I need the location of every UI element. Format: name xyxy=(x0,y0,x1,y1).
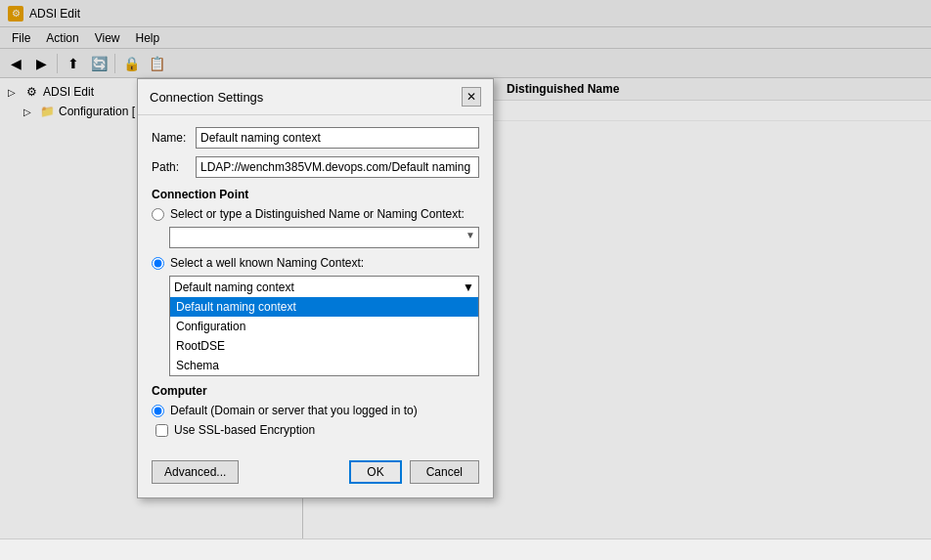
dropdown-item-configuration[interactable]: Configuration xyxy=(170,317,478,336)
dialog-footer: Advanced... OK Cancel xyxy=(138,460,493,497)
dialog-title: Connection Settings xyxy=(150,90,263,105)
computer-radio-row-1: Default (Domain or server that you logge… xyxy=(152,404,479,417)
radio-default-computer[interactable] xyxy=(152,405,164,417)
status-bar xyxy=(0,538,931,560)
footer-buttons: OK Cancel xyxy=(349,460,479,484)
ssl-checkbox-row: Use SSL-based Encryption xyxy=(155,423,479,437)
connection-settings-dialog: Connection Settings ✕ Name: Path: Connec… xyxy=(137,78,494,498)
distinguished-name-dropdown[interactable] xyxy=(169,227,479,248)
distinguished-name-dropdown-container: ▼ xyxy=(169,227,479,248)
radio1-label: Select or type a Distinguished Name or N… xyxy=(170,207,465,221)
radio-well-known[interactable] xyxy=(152,257,164,270)
dialog-body: Name: Path: Connection Point Select or t… xyxy=(138,115,493,460)
connection-point-header: Connection Point xyxy=(152,188,479,201)
well-known-dropdown-container: Default naming context ▼ Default naming … xyxy=(169,276,479,376)
computer-radio1-label: Default (Domain or server that you logge… xyxy=(170,404,418,417)
dropdown2-arrow-icon: ▼ xyxy=(463,280,474,294)
radio2-label: Select a well known Naming Context: xyxy=(170,256,364,270)
well-known-selected-value: Default naming context xyxy=(174,280,294,294)
path-row: Path: xyxy=(152,156,479,178)
ok-button[interactable]: OK xyxy=(349,460,401,484)
dropdown-item-default[interactable]: Default naming context xyxy=(170,297,478,317)
dialog-close-button[interactable]: ✕ xyxy=(462,87,481,107)
cancel-button[interactable]: Cancel xyxy=(410,460,479,484)
radio-row-1: Select or type a Distinguished Name or N… xyxy=(152,207,479,221)
radio-row-2: Select a well known Naming Context: xyxy=(152,256,479,270)
ssl-label: Use SSL-based Encryption xyxy=(174,423,315,437)
name-input[interactable] xyxy=(196,127,479,149)
dropdown-item-rootdse[interactable]: RootDSE xyxy=(170,336,478,356)
well-known-dropdown-header[interactable]: Default naming context ▼ xyxy=(169,276,479,297)
advanced-button[interactable]: Advanced... xyxy=(152,460,239,484)
radio-distinguished-name[interactable] xyxy=(152,208,164,221)
ssl-checkbox[interactable] xyxy=(155,424,168,437)
dropdown-item-schema[interactable]: Schema xyxy=(170,356,478,375)
dialog-title-bar: Connection Settings ✕ xyxy=(138,79,493,115)
well-known-dropdown-list: Default naming context Configuration Roo… xyxy=(169,297,479,376)
name-label: Name: xyxy=(152,131,196,145)
path-label: Path: xyxy=(152,160,196,174)
computer-header: Computer xyxy=(152,384,479,398)
path-input[interactable] xyxy=(196,156,479,178)
name-row: Name: xyxy=(152,127,479,149)
